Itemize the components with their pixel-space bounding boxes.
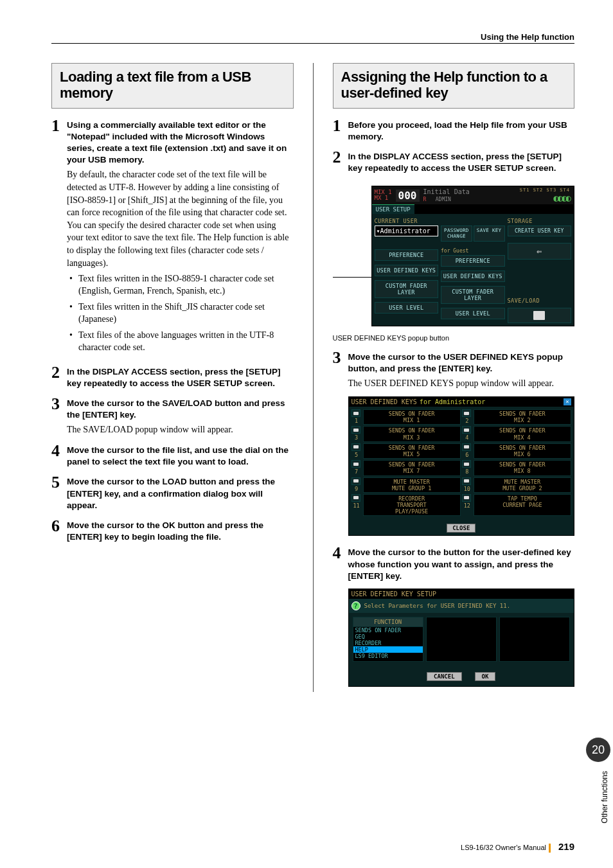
step-instruction: Move the cursor to the SAVE/LOAD button … xyxy=(67,398,294,421)
udk-slot[interactable]: SENDS ON FADER MIX 5 xyxy=(363,443,461,459)
step-number: 6 xyxy=(51,518,67,535)
step: 1 Before you proceed, load the Help file… xyxy=(333,118,575,143)
custom-fader-layer-button[interactable]: CUSTOM FADER LAYER xyxy=(441,286,505,304)
section-title-left: Loading a text file from a USB memory xyxy=(51,63,294,109)
step-number: 1 xyxy=(333,118,348,134)
udk-slot[interactable]: SENDS ON FADER MIX 4 xyxy=(474,426,571,441)
user-defined-keys-button[interactable]: USER DEFINED KEYS xyxy=(375,265,439,276)
step-number: 2 xyxy=(51,364,67,381)
step-instruction: Using a commercially available text edit… xyxy=(67,120,294,166)
step: 5 Move the cursor to the LOAD button and… xyxy=(51,474,294,511)
password-change-button[interactable]: PASSWORD CHANGE xyxy=(441,226,472,242)
function-list-item[interactable]: GEQ xyxy=(353,633,423,640)
step-number: 4 xyxy=(51,443,67,459)
section-title-right: Assigning the Help function to a user-de… xyxy=(333,63,575,109)
step-number: 2 xyxy=(333,149,348,166)
udk-slot[interactable]: SENDS ON FADER MIX 3 xyxy=(363,426,461,441)
close-button[interactable]: CLOSE xyxy=(447,524,475,533)
custom-fader-layer-button[interactable]: CUSTOM FADER LAYER xyxy=(375,280,439,298)
preference-button[interactable]: PREFERENCE xyxy=(375,249,439,261)
step-paragraph: The SAVE/LOAD popup window will appear. xyxy=(67,423,294,436)
step: 4 Move the cursor to the button for the … xyxy=(333,545,575,582)
step-instruction: Move the cursor to the button for the us… xyxy=(348,547,575,582)
user-setup-screenshot: MIX 1MX 1 000 Initial DataR ADMIN ST1 ST… xyxy=(371,186,575,326)
udk-slot[interactable]: SENDS ON FADER MIX 2 xyxy=(474,409,571,425)
page-footer: LS9-16/32 Owner's Manual219 xyxy=(461,841,574,853)
user-defined-keys-button[interactable]: USER DEFINED KEYS xyxy=(441,270,505,282)
running-header: Using the Help function xyxy=(51,32,574,44)
udk-slot[interactable]: TAP TEMPO CURRENT PAGE xyxy=(474,494,571,517)
cancel-button[interactable]: CANCEL xyxy=(427,672,462,681)
usb-icon: ⇐ xyxy=(508,243,572,260)
chapter-label: Other functions xyxy=(600,771,609,823)
screenshot-caption: USER DEFINED KEYS popup button xyxy=(333,334,575,342)
user-level-button[interactable]: USER LEVEL xyxy=(441,308,505,319)
step-paragraph: The USER DEFINED KEYS popup window will … xyxy=(348,377,575,390)
step: 4 Move the cursor to the file list, and … xyxy=(51,443,294,468)
step: 3 Move the cursor to the USER DEFINED KE… xyxy=(333,350,575,390)
bullet-item: •Text files of the above languages writt… xyxy=(69,330,294,354)
function-list-item[interactable]: HELP xyxy=(353,646,423,653)
bullet-item: •Text files written in the Shift_JIS cha… xyxy=(69,301,294,326)
step-number: 5 xyxy=(51,474,67,491)
step-instruction: In the DISPLAY ACCESS section, press the… xyxy=(67,366,294,389)
user-level-button[interactable]: USER LEVEL xyxy=(375,302,439,314)
save-key-button[interactable]: SAVE KEY xyxy=(474,226,505,242)
step: 2 In the DISPLAY ACCESS section, press t… xyxy=(51,364,294,389)
column-divider xyxy=(313,63,314,692)
step-instruction: Move the cursor to the file list, and us… xyxy=(67,445,294,468)
right-column: Assigning the Help function to a user-de… xyxy=(333,63,575,692)
udk-slot[interactable]: SENDS ON FADER MIX 7 xyxy=(363,460,461,475)
step-instruction: In the DISPLAY ACCESS section, press the… xyxy=(348,151,575,174)
step-number: 4 xyxy=(333,545,348,562)
step-number: 3 xyxy=(333,350,348,366)
user-defined-key-setup-screenshot: USER DEFINED KEY SETUP ?Select Parameter… xyxy=(348,589,575,687)
ok-button[interactable]: OK xyxy=(475,672,496,681)
step: 3 Move the cursor to the SAVE/LOAD butto… xyxy=(51,396,294,436)
udk-slot[interactable]: SENDS ON FADER MIX 8 xyxy=(474,460,571,475)
preference-button[interactable]: PREFERENCE xyxy=(441,255,505,267)
step-number: 1 xyxy=(51,118,67,134)
step-instruction: Move the cursor to the OK button and pre… xyxy=(67,520,294,543)
function-list-item[interactable]: SENDS ON FADER xyxy=(353,627,423,633)
step-instruction: Move the cursor to the LOAD button and p… xyxy=(67,476,294,511)
udk-slot[interactable]: SENDS ON FADER MIX 1 xyxy=(363,409,461,425)
step-instruction: Move the cursor to the USER DEFINED KEYS… xyxy=(348,351,575,375)
step: 6 Move the cursor to the OK button and p… xyxy=(51,518,294,543)
step-paragraph: By default, the character code set of th… xyxy=(67,168,294,269)
udk-slot[interactable]: RECORDER TRANSPORT PLAY/PAUSE xyxy=(363,494,461,517)
save-load-button[interactable] xyxy=(508,308,572,323)
help-icon: ? xyxy=(351,601,360,610)
user-defined-keys-screenshot: USER DEFINED KEYSfor Administrator × 1SE… xyxy=(348,396,575,536)
function-list-item[interactable]: LS9 EDITOR xyxy=(353,653,423,659)
callout-line xyxy=(333,277,371,278)
bullet-item: •Text files written in the ISO-8859-1 ch… xyxy=(69,273,294,297)
udk-slot[interactable]: MUTE MASTER MUTE GROUP 1 xyxy=(363,477,461,493)
step: 2 In the DISPLAY ACCESS section, press t… xyxy=(333,149,575,174)
step: 1 Using a commercially available text ed… xyxy=(51,118,294,358)
udk-slot[interactable]: MUTE MASTER MUTE GROUP 2 xyxy=(474,477,571,493)
chapter-tab: 20 xyxy=(586,738,610,762)
close-icon[interactable]: × xyxy=(564,398,571,405)
left-column: Loading a text file from a USB memory 1 … xyxy=(51,63,294,692)
step-number: 3 xyxy=(51,396,67,412)
create-user-key-button[interactable]: CREATE USER KEY xyxy=(508,226,572,236)
step-instruction: Before you proceed, load the Help file f… xyxy=(348,120,575,143)
udk-slot[interactable]: SENDS ON FADER MIX 6 xyxy=(474,443,571,459)
function-list-item[interactable]: RECORDER xyxy=(353,640,423,646)
